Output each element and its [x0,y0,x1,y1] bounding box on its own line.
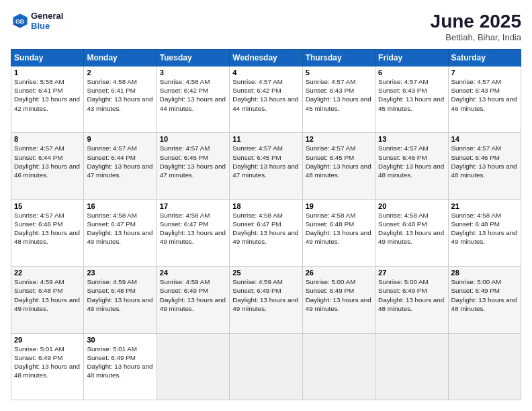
day-number: 29 [14,336,81,344]
day-number: 23 [87,269,153,277]
day-number: 17 [160,202,226,210]
calendar-header-row: SundayMondayTuesdayWednesdayThursdayFrid… [11,50,521,66]
calendar-day-cell: 20Sunrise: 4:58 AMSunset: 6:48 PMDayligh… [375,199,448,266]
day-number: 2 [87,68,153,77]
calendar-day-cell: 30Sunrise: 5:01 AMSunset: 6:49 PMDayligh… [84,333,157,400]
calendar-day-cell: 23Sunrise: 4:59 AMSunset: 6:48 PMDayligh… [84,267,157,333]
day-number: 3 [160,68,226,77]
day-number: 12 [306,135,372,143]
calendar-day-cell: 6Sunrise: 4:57 AMSunset: 6:43 PMDaylight… [375,66,448,133]
day-info: Sunrise: 4:58 AMSunset: 6:48 PMDaylight:… [306,211,372,246]
weekday-header: Wednesday [230,50,302,66]
calendar-day-cell: 21Sunrise: 4:58 AMSunset: 6:48 PMDayligh… [448,199,521,266]
calendar-day-cell: 3Sunrise: 4:58 AMSunset: 6:42 PMDaylight… [157,66,229,133]
day-number: 13 [378,135,445,143]
day-number: 27 [378,269,445,277]
calendar-day-cell: 10Sunrise: 4:57 AMSunset: 6:45 PMDayligh… [157,133,229,199]
day-info: Sunrise: 5:00 AMSunset: 6:49 PMDaylight:… [451,277,518,313]
weekday-header: Monday [84,50,157,66]
logo-icon: GB [11,11,30,30]
calendar-day-cell: 27Sunrise: 5:00 AMSunset: 6:49 PMDayligh… [375,267,448,333]
calendar-day-cell [302,333,375,400]
calendar-day-cell: 15Sunrise: 4:57 AMSunset: 6:46 PMDayligh… [11,199,84,266]
day-info: Sunrise: 4:59 AMSunset: 6:48 PMDaylight:… [87,277,153,313]
calendar-day-cell: 22Sunrise: 4:59 AMSunset: 6:48 PMDayligh… [11,267,84,333]
calendar-day-cell: 8Sunrise: 4:57 AMSunset: 6:44 PMDaylight… [11,133,84,199]
calendar-week-row: 29Sunrise: 5:01 AMSunset: 6:49 PMDayligh… [11,333,521,400]
day-info: Sunrise: 5:58 AMSunset: 6:41 PMDaylight:… [14,77,81,113]
day-info: Sunrise: 4:57 AMSunset: 6:44 PMDaylight:… [14,144,81,179]
day-info: Sunrise: 5:01 AMSunset: 6:49 PMDaylight:… [14,345,81,380]
day-info: Sunrise: 4:57 AMSunset: 6:45 PMDaylight:… [232,144,299,179]
calendar-day-cell: 2Sunrise: 4:58 AMSunset: 6:41 PMDaylight… [84,66,157,133]
day-info: Sunrise: 4:57 AMSunset: 6:44 PMDaylight:… [87,144,153,179]
day-number: 24 [160,269,226,277]
day-number: 8 [14,135,81,143]
weekday-header: Saturday [448,50,521,66]
calendar: SundayMondayTuesdayWednesdayThursdayFrid… [11,49,521,400]
calendar-day-cell: 28Sunrise: 5:00 AMSunset: 6:49 PMDayligh… [448,267,521,333]
calendar-day-cell: 29Sunrise: 5:01 AMSunset: 6:49 PMDayligh… [11,333,84,400]
day-info: Sunrise: 4:58 AMSunset: 6:47 PMDaylight:… [160,211,226,246]
calendar-day-cell: 7Sunrise: 4:57 AMSunset: 6:43 PMDaylight… [448,66,521,133]
day-info: Sunrise: 4:57 AMSunset: 6:43 PMDaylight:… [451,77,518,113]
day-info: Sunrise: 4:59 AMSunset: 6:49 PMDaylight:… [160,277,226,313]
day-info: Sunrise: 4:57 AMSunset: 6:42 PMDaylight:… [232,77,299,113]
calendar-day-cell [448,333,521,400]
weekday-header: Friday [375,50,448,66]
calendar-day-cell: 16Sunrise: 4:58 AMSunset: 6:47 PMDayligh… [84,199,157,266]
calendar-day-cell [230,333,302,400]
weekday-header: Tuesday [157,50,229,66]
day-info: Sunrise: 4:58 AMSunset: 6:47 PMDaylight:… [87,211,153,246]
calendar-day-cell [157,333,229,400]
calendar-day-cell: 17Sunrise: 4:58 AMSunset: 6:47 PMDayligh… [157,199,229,266]
calendar-day-cell: 26Sunrise: 5:00 AMSunset: 6:49 PMDayligh… [302,267,375,333]
day-info: Sunrise: 4:57 AMSunset: 6:43 PMDaylight:… [306,77,372,113]
day-info: Sunrise: 4:57 AMSunset: 6:46 PMDaylight:… [451,144,518,179]
calendar-day-cell: 11Sunrise: 4:57 AMSunset: 6:45 PMDayligh… [230,133,302,199]
calendar-day-cell: 9Sunrise: 4:57 AMSunset: 6:44 PMDaylight… [84,133,157,199]
day-number: 14 [451,135,518,143]
logo: GB General Blue [11,11,63,31]
day-info: Sunrise: 4:59 AMSunset: 6:48 PMDaylight:… [14,277,81,313]
weekday-header: Sunday [11,50,84,66]
day-number: 4 [232,68,299,77]
day-number: 21 [451,202,518,210]
day-number: 7 [451,68,518,77]
title-block: June 2025 Bettiah, Bihar, India [431,11,521,42]
calendar-day-cell: 1Sunrise: 5:58 AMSunset: 6:41 PMDaylight… [11,66,84,133]
day-number: 11 [232,135,299,143]
calendar-week-row: 15Sunrise: 4:57 AMSunset: 6:46 PMDayligh… [11,199,521,266]
day-info: Sunrise: 5:00 AMSunset: 6:49 PMDaylight:… [306,277,372,313]
day-number: 28 [451,269,518,277]
day-number: 15 [14,202,81,210]
day-number: 20 [378,202,445,210]
calendar-day-cell: 19Sunrise: 4:58 AMSunset: 6:48 PMDayligh… [302,199,375,266]
day-info: Sunrise: 4:58 AMSunset: 6:48 PMDaylight:… [378,211,445,246]
day-number: 18 [232,202,299,210]
calendar-day-cell: 12Sunrise: 4:57 AMSunset: 6:45 PMDayligh… [302,133,375,199]
location: Bettiah, Bihar, India [431,32,521,42]
day-number: 30 [87,336,153,344]
day-info: Sunrise: 4:57 AMSunset: 6:45 PMDaylight:… [306,144,372,179]
day-number: 16 [87,202,153,210]
page: GB General Blue June 2025 Bettiah, Bihar… [0,0,532,411]
day-info: Sunrise: 4:59 AMSunset: 6:49 PMDaylight:… [232,277,299,313]
day-number: 10 [160,135,226,143]
calendar-day-cell: 13Sunrise: 4:57 AMSunset: 6:46 PMDayligh… [375,133,448,199]
day-number: 9 [87,135,153,143]
calendar-body: 1Sunrise: 5:58 AMSunset: 6:41 PMDaylight… [11,66,521,400]
day-number: 25 [232,269,299,277]
calendar-day-cell: 24Sunrise: 4:59 AMSunset: 6:49 PMDayligh… [157,267,229,333]
day-number: 5 [306,68,372,77]
day-info: Sunrise: 4:57 AMSunset: 6:46 PMDaylight:… [378,144,445,179]
day-number: 22 [14,269,81,277]
calendar-week-row: 22Sunrise: 4:59 AMSunset: 6:48 PMDayligh… [11,267,521,333]
header: GB General Blue June 2025 Bettiah, Bihar… [11,11,521,42]
day-info: Sunrise: 4:58 AMSunset: 6:47 PMDaylight:… [232,211,299,246]
calendar-day-cell: 5Sunrise: 4:57 AMSunset: 6:43 PMDaylight… [302,66,375,133]
day-info: Sunrise: 5:01 AMSunset: 6:49 PMDaylight:… [87,345,153,380]
weekday-header: Thursday [302,50,375,66]
day-info: Sunrise: 4:58 AMSunset: 6:41 PMDaylight:… [87,77,153,113]
calendar-day-cell: 4Sunrise: 4:57 AMSunset: 6:42 PMDaylight… [230,66,302,133]
